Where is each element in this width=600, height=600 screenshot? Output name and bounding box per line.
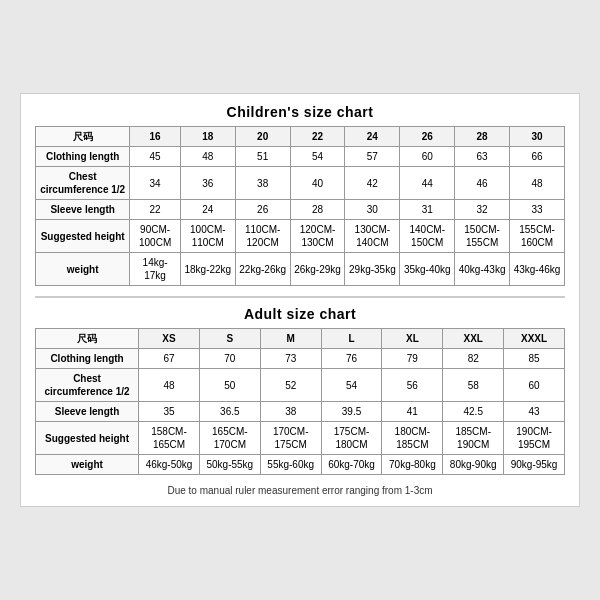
column-header: 26 <box>400 127 455 147</box>
cell-value: 165CM-170CM <box>199 422 260 455</box>
cell-value: 35kg-40kg <box>400 253 455 286</box>
table-row: Suggested height90CM-100CM100CM-110CM110… <box>36 220 565 253</box>
cell-value: 60kg-70kg <box>321 455 382 475</box>
cell-value: 46kg-50kg <box>139 455 200 475</box>
column-header: 20 <box>235 127 290 147</box>
size-chart-container: Children's size chart 尺码1618202224262830… <box>20 93 580 507</box>
column-header: XL <box>382 329 443 349</box>
cell-value: 70 <box>199 349 260 369</box>
table-row: Clothing length67707376798285 <box>36 349 565 369</box>
cell-value: 44 <box>400 167 455 200</box>
table-row: Chest circumference 1/23436384042444648 <box>36 167 565 200</box>
cell-value: 130CM-140CM <box>345 220 400 253</box>
cell-value: 36.5 <box>199 402 260 422</box>
cell-value: 90CM-100CM <box>130 220 181 253</box>
children-chart-title: Children's size chart <box>35 104 565 120</box>
table-row: Sleeve length2224262830313233 <box>36 200 565 220</box>
cell-value: 48 <box>180 147 235 167</box>
cell-value: 40 <box>290 167 345 200</box>
cell-value: 60 <box>504 369 565 402</box>
cell-value: 120CM-130CM <box>290 220 345 253</box>
row-label: Sleeve length <box>36 402 139 422</box>
cell-value: 76 <box>321 349 382 369</box>
cell-value: 43 <box>504 402 565 422</box>
cell-value: 52 <box>260 369 321 402</box>
cell-value: 155CM-160CM <box>510 220 565 253</box>
column-header: 22 <box>290 127 345 147</box>
table-row: Chest circumference 1/248505254565860 <box>36 369 565 402</box>
row-label: Suggested height <box>36 220 130 253</box>
column-header: 16 <box>130 127 181 147</box>
column-header: XXL <box>443 329 504 349</box>
cell-value: 54 <box>321 369 382 402</box>
measurement-note: Due to manual ruler measurement error ra… <box>35 485 565 496</box>
cell-value: 38 <box>235 167 290 200</box>
cell-value: 50 <box>199 369 260 402</box>
cell-value: 46 <box>455 167 510 200</box>
children-table-body: Clothing length4548515457606366Chest cir… <box>36 147 565 286</box>
cell-value: 58 <box>443 369 504 402</box>
children-size-table: 尺码1618202224262830 Clothing length454851… <box>35 126 565 286</box>
cell-value: 39.5 <box>321 402 382 422</box>
cell-value: 48 <box>139 369 200 402</box>
children-header-row: 尺码1618202224262830 <box>36 127 565 147</box>
cell-value: 41 <box>382 402 443 422</box>
column-header: 尺码 <box>36 127 130 147</box>
cell-value: 42 <box>345 167 400 200</box>
cell-value: 32 <box>455 200 510 220</box>
column-header: 28 <box>455 127 510 147</box>
column-header: M <box>260 329 321 349</box>
cell-value: 42.5 <box>443 402 504 422</box>
column-header: S <box>199 329 260 349</box>
cell-value: 56 <box>382 369 443 402</box>
cell-value: 67 <box>139 349 200 369</box>
column-header: XXXL <box>504 329 565 349</box>
cell-value: 38 <box>260 402 321 422</box>
cell-value: 100CM-110CM <box>180 220 235 253</box>
cell-value: 80kg-90kg <box>443 455 504 475</box>
column-header: 24 <box>345 127 400 147</box>
cell-value: 158CM-165CM <box>139 422 200 455</box>
cell-value: 14kg-17kg <box>130 253 181 286</box>
cell-value: 33 <box>510 200 565 220</box>
cell-value: 140CM-150CM <box>400 220 455 253</box>
cell-value: 43kg-46kg <box>510 253 565 286</box>
cell-value: 26kg-29kg <box>290 253 345 286</box>
cell-value: 24 <box>180 200 235 220</box>
cell-value: 40kg-43kg <box>455 253 510 286</box>
cell-value: 45 <box>130 147 181 167</box>
cell-value: 82 <box>443 349 504 369</box>
cell-value: 18kg-22kg <box>180 253 235 286</box>
cell-value: 29kg-35kg <box>345 253 400 286</box>
adult-size-table: 尺码XSSMLXLXXLXXXL Clothing length67707376… <box>35 328 565 475</box>
cell-value: 31 <box>400 200 455 220</box>
adult-chart-title: Adult size chart <box>35 306 565 322</box>
row-label: weight <box>36 253 130 286</box>
table-row: Sleeve length3536.53839.54142.543 <box>36 402 565 422</box>
table-row: Suggested height158CM-165CM165CM-170CM17… <box>36 422 565 455</box>
cell-value: 36 <box>180 167 235 200</box>
cell-value: 79 <box>382 349 443 369</box>
cell-value: 170CM-175CM <box>260 422 321 455</box>
cell-value: 70kg-80kg <box>382 455 443 475</box>
cell-value: 185CM-190CM <box>443 422 504 455</box>
cell-value: 50kg-55kg <box>199 455 260 475</box>
cell-value: 55kg-60kg <box>260 455 321 475</box>
cell-value: 175CM-180CM <box>321 422 382 455</box>
cell-value: 60 <box>400 147 455 167</box>
adult-header-row: 尺码XSSMLXLXXLXXXL <box>36 329 565 349</box>
row-label: Chest circumference 1/2 <box>36 167 130 200</box>
cell-value: 57 <box>345 147 400 167</box>
cell-value: 48 <box>510 167 565 200</box>
column-header: 尺码 <box>36 329 139 349</box>
cell-value: 63 <box>455 147 510 167</box>
cell-value: 73 <box>260 349 321 369</box>
cell-value: 90kg-95kg <box>504 455 565 475</box>
table-row: Clothing length4548515457606366 <box>36 147 565 167</box>
cell-value: 22 <box>130 200 181 220</box>
cell-value: 35 <box>139 402 200 422</box>
row-label: Clothing length <box>36 349 139 369</box>
table-row: weight14kg-17kg18kg-22kg22kg-26kg26kg-29… <box>36 253 565 286</box>
row-label: Sleeve length <box>36 200 130 220</box>
cell-value: 51 <box>235 147 290 167</box>
